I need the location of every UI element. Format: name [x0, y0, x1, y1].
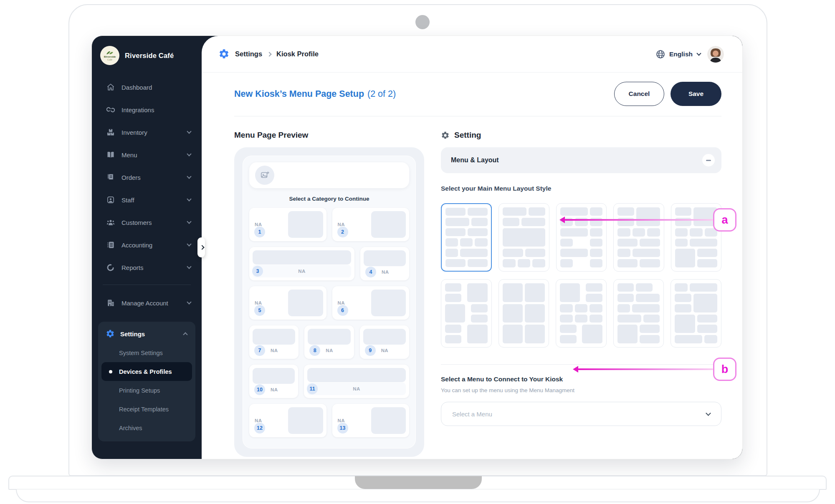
annotation-badge-b: b	[713, 358, 736, 381]
card-number-badge: 9	[365, 345, 376, 356]
image-placeholder	[288, 290, 323, 316]
layout-style-option-3[interactable]	[556, 203, 607, 272]
card-number-badge: 7	[254, 345, 265, 356]
category-card-9[interactable]: 9NA	[360, 325, 409, 359]
category-card-11[interactable]: NA 11	[304, 365, 409, 398]
layout-grid-row-2	[441, 279, 721, 348]
customers-icon	[106, 218, 115, 227]
menu-page-preview-section: Menu Page Preview Select a Category to C…	[234, 130, 424, 457]
sidebar-item-customers[interactable]: Customers	[92, 211, 202, 234]
sidebar-divider	[103, 285, 191, 285]
avatar[interactable]	[707, 46, 724, 63]
layout-mosaic	[675, 207, 717, 267]
layout-style-option-4[interactable]	[613, 203, 664, 272]
chevron-down-icon	[187, 300, 191, 304]
sidebar-item-reports[interactable]: Reports	[92, 256, 202, 279]
sidebar-item-staff[interactable]: Staff	[92, 189, 202, 211]
sidebar-item-inventory[interactable]: Inventory	[92, 121, 202, 144]
layout-mosaic	[617, 207, 660, 267]
category-card-10[interactable]: 10NA	[249, 365, 298, 398]
laptop-base-lip	[16, 489, 820, 502]
layout-style-option-10[interactable]	[671, 279, 721, 348]
laptop-mockup: Riverside Café Riverside Café Dashboard …	[0, 0, 835, 504]
sidebar-item-receipt-templates[interactable]: Receipt Templates	[101, 400, 192, 418]
category-card-4[interactable]: 4 NA	[360, 247, 409, 280]
accounting-icon	[106, 240, 115, 249]
layout-grid-row-1	[441, 203, 721, 272]
home-icon	[106, 83, 115, 92]
card-number-badge: 5	[254, 305, 265, 316]
kiosk-screen: Select a Category to Continue NA 1	[243, 156, 416, 449]
image-placeholder	[253, 368, 295, 384]
page-title: New Kiosk’s Menu Page Setup(2 of 2)	[234, 89, 396, 99]
layout-mosaic	[503, 207, 545, 267]
logo-word-1: Riverside	[104, 55, 116, 58]
sidebar-item-devices-profiles[interactable]: Devices & Profiles	[101, 362, 192, 381]
sidebar-item-manage-account[interactable]: Manage Account	[92, 292, 202, 314]
sidebar-item-integrations[interactable]: Integrations	[92, 98, 202, 121]
chevron-up-icon	[183, 332, 187, 337]
card-number-badge: 3	[252, 266, 263, 277]
sidebar-item-menu[interactable]: Menu	[92, 144, 202, 166]
laptop-base-notch	[355, 476, 482, 489]
content-area: New Kiosk’s Menu Page Setup(2 of 2) Canc…	[202, 73, 742, 459]
breadcrumb-section[interactable]: Settings	[235, 50, 262, 58]
gear-icon	[218, 48, 230, 60]
chevron-down-icon	[187, 197, 191, 201]
sidebar-item-printing-setups[interactable]: Printing Setups	[101, 381, 192, 400]
page-header: Settings Kiosk Profile English	[202, 36, 742, 73]
reports-icon	[106, 263, 115, 272]
layout-style-option-2[interactable]	[498, 203, 549, 272]
layout-mosaic	[675, 283, 717, 343]
image-placeholder	[288, 211, 323, 238]
category-card-2[interactable]: NA 2	[332, 208, 410, 241]
language-selector[interactable]: English	[655, 49, 701, 59]
menu-layout-accordion[interactable]: Menu & Layout	[441, 147, 721, 173]
layout-style-label: Select your Main Menu Layout Style	[441, 185, 721, 193]
title-row: New Kiosk’s Menu Page Setup(2 of 2) Canc…	[234, 73, 721, 116]
save-button[interactable]: Save	[671, 82, 721, 106]
sidebar-item-archives[interactable]: Archives	[101, 418, 192, 437]
layout-style-option-6[interactable]	[441, 279, 492, 348]
sidebar-item-settings[interactable]: Settings	[101, 324, 192, 343]
image-placeholder	[307, 368, 406, 382]
category-card-5[interactable]: NA 5	[249, 286, 326, 320]
chevron-down-icon	[187, 242, 191, 246]
category-card-12[interactable]: NA 12	[249, 404, 326, 437]
sidebar-item-system-settings[interactable]: System Settings	[101, 343, 192, 362]
layout-style-option-8[interactable]	[556, 279, 607, 348]
category-card-8[interactable]: 8NA	[304, 325, 354, 359]
image-placeholder	[371, 407, 406, 434]
layout-style-option-1[interactable]	[441, 203, 492, 272]
category-card-3[interactable]: NA 3	[249, 247, 354, 280]
image-placeholder	[253, 250, 351, 265]
app-window: Riverside Café Riverside Café Dashboard …	[91, 35, 743, 459]
brand: Riverside Café Riverside Café	[92, 36, 202, 65]
category-card-7[interactable]: 7NA	[249, 325, 299, 359]
breadcrumb: Settings Kiosk Profile	[218, 48, 319, 60]
layout-style-option-7[interactable]	[498, 279, 549, 348]
cancel-button[interactable]: Cancel	[614, 82, 664, 106]
staff-icon	[106, 195, 115, 204]
menu-book-icon	[106, 150, 115, 159]
gear-outline-icon	[441, 131, 450, 140]
category-card-13[interactable]: NA 13	[332, 404, 410, 437]
layout-style-option-9[interactable]	[613, 279, 664, 348]
annotation-badge-a: a	[713, 208, 736, 232]
category-card-6[interactable]: NA 6	[332, 286, 410, 320]
card-number-badge: 6	[337, 305, 348, 316]
sidebar-collapse-handle[interactable]	[197, 237, 205, 257]
breadcrumb-page: Kiosk Profile	[276, 50, 319, 58]
brand-logo: Riverside Café	[100, 46, 119, 65]
sidebar-nav: Dashboard Integrations Inventory	[92, 76, 202, 279]
category-card-1[interactable]: NA 1	[249, 208, 326, 241]
collapse-minus-icon[interactable]	[702, 154, 715, 166]
globe-icon	[655, 49, 665, 59]
sidebar-item-dashboard[interactable]: Dashboard	[92, 76, 202, 98]
sidebar-item-orders[interactable]: Orders	[92, 166, 202, 189]
sidebar-item-accounting[interactable]: Accounting	[92, 234, 202, 256]
kiosk-banner	[249, 162, 409, 188]
kiosk-frame: Select a Category to Continue NA 1	[234, 147, 424, 457]
menu-select-dropdown[interactable]: Select a Menu	[441, 402, 721, 426]
brand-name: Riverside Café	[125, 52, 174, 60]
